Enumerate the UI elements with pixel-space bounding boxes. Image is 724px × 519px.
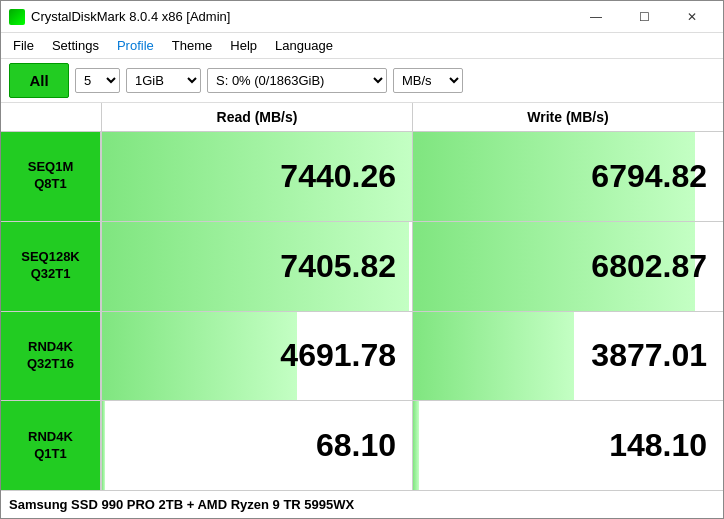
read-value-rnd4k-q1t1: 68.10 xyxy=(316,427,396,464)
write-cell-seq1m-q8t1: 6794.82 xyxy=(412,132,723,221)
window-title: CrystalDiskMark 8.0.4 x86 [Admin] xyxy=(31,9,230,24)
status-text: Samsung SSD 990 PRO 2TB + AMD Ryzen 9 TR… xyxy=(9,497,354,512)
write-value-seq128k-q32t1: 6802.87 xyxy=(591,248,707,285)
menu-item-settings[interactable]: Settings xyxy=(44,35,107,56)
read-value-seq128k-q32t1: 7405.82 xyxy=(280,248,396,285)
menu-item-file[interactable]: File xyxy=(5,35,42,56)
write-cell-rnd4k-q32t16: 3877.01 xyxy=(412,312,723,401)
table-body: SEQ1MQ8T17440.266794.82SEQ128KQ32T17405.… xyxy=(1,132,723,490)
write-value-rnd4k-q1t1: 148.10 xyxy=(609,427,707,464)
write-bar-rnd4k-q32t16 xyxy=(413,312,574,401)
main-window: CrystalDiskMark 8.0.4 x86 [Admin] — ☐ ✕ … xyxy=(0,0,724,519)
all-button[interactable]: All xyxy=(9,63,69,98)
read-bar-rnd4k-q1t1 xyxy=(102,401,105,490)
menu-item-theme[interactable]: Theme xyxy=(164,35,220,56)
runs-select[interactable]: 5 1 3 10 xyxy=(75,68,120,93)
row-label-rnd4k-q32t16: RND4KQ32T16 xyxy=(1,312,101,401)
close-button[interactable]: ✕ xyxy=(669,5,715,29)
row-label-rnd4k-q1t1: RND4KQ1T1 xyxy=(1,401,101,490)
table-row: SEQ1MQ8T17440.266794.82 xyxy=(1,132,723,222)
row-label-seq1m-q8t1: SEQ1MQ8T1 xyxy=(1,132,101,221)
content-area: Read (MB/s) Write (MB/s) SEQ1MQ8T17440.2… xyxy=(1,103,723,490)
read-cell-rnd4k-q1t1: 68.10 xyxy=(101,401,412,490)
read-header: Read (MB/s) xyxy=(101,103,412,131)
app-icon xyxy=(9,9,25,25)
title-bar: CrystalDiskMark 8.0.4 x86 [Admin] — ☐ ✕ xyxy=(1,1,723,33)
read-value-seq1m-q8t1: 7440.26 xyxy=(280,158,396,195)
label-col-header xyxy=(1,103,101,131)
table-row: RND4KQ1T168.10148.10 xyxy=(1,401,723,490)
status-bar: Samsung SSD 990 PRO 2TB + AMD Ryzen 9 TR… xyxy=(1,490,723,518)
unit-select[interactable]: MB/s GB/s IOPS μs xyxy=(393,68,463,93)
write-value-rnd4k-q32t16: 3877.01 xyxy=(591,337,707,374)
window-controls: — ☐ ✕ xyxy=(573,5,715,29)
write-value-seq1m-q8t1: 6794.82 xyxy=(591,158,707,195)
table-row: RND4KQ32T164691.783877.01 xyxy=(1,312,723,402)
drive-select[interactable]: S: 0% (0/1863GiB) xyxy=(207,68,387,93)
size-select[interactable]: 1GiB 512MiB 2GiB 4GiB xyxy=(126,68,201,93)
write-header: Write (MB/s) xyxy=(412,103,723,131)
menu-item-language[interactable]: Language xyxy=(267,35,341,56)
write-cell-seq128k-q32t1: 6802.87 xyxy=(412,222,723,311)
read-bar-rnd4k-q32t16 xyxy=(102,312,297,401)
write-cell-rnd4k-q1t1: 148.10 xyxy=(412,401,723,490)
read-cell-seq1m-q8t1: 7440.26 xyxy=(101,132,412,221)
menu-bar: FileSettingsProfileThemeHelpLanguage xyxy=(1,33,723,59)
title-bar-left: CrystalDiskMark 8.0.4 x86 [Admin] xyxy=(9,9,230,25)
maximize-button[interactable]: ☐ xyxy=(621,5,667,29)
read-cell-rnd4k-q32t16: 4691.78 xyxy=(101,312,412,401)
read-cell-seq128k-q32t1: 7405.82 xyxy=(101,222,412,311)
table-header: Read (MB/s) Write (MB/s) xyxy=(1,103,723,132)
write-bar-rnd4k-q1t1 xyxy=(413,401,419,490)
menu-item-help[interactable]: Help xyxy=(222,35,265,56)
toolbar: All 5 1 3 10 1GiB 512MiB 2GiB 4GiB S: 0%… xyxy=(1,59,723,103)
read-value-rnd4k-q32t16: 4691.78 xyxy=(280,337,396,374)
table-row: SEQ128KQ32T17405.826802.87 xyxy=(1,222,723,312)
row-label-seq128k-q32t1: SEQ128KQ32T1 xyxy=(1,222,101,311)
menu-item-profile[interactable]: Profile xyxy=(109,35,162,56)
minimize-button[interactable]: — xyxy=(573,5,619,29)
